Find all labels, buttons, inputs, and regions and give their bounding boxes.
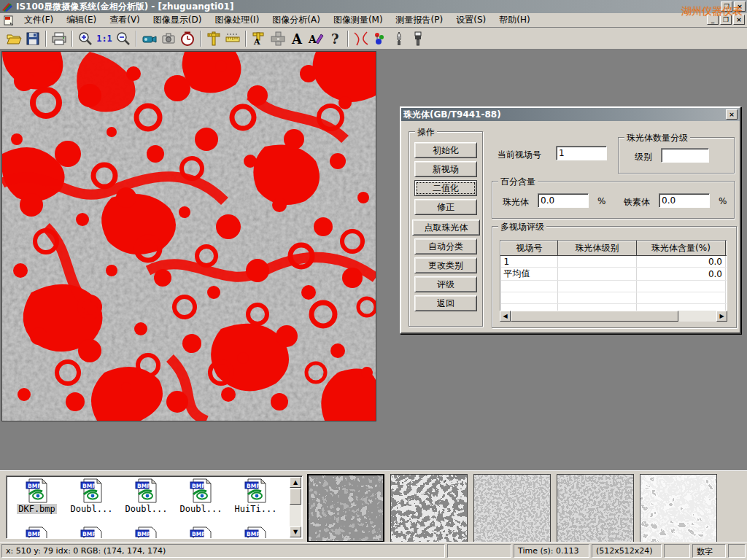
file-row-clipped: BMP BMP BMP BMP BMP — [7, 524, 302, 539]
annotate-button[interactable]: A — [306, 30, 325, 47]
menu-settings[interactable]: 设置(S) — [449, 12, 492, 28]
change-class-button[interactable]: 更改类别 — [414, 257, 477, 273]
actual-size-button[interactable]: 1:1 — [95, 30, 114, 47]
pearlite-label: 珠光体 — [503, 196, 529, 209]
menu-image-display[interactable]: 图像显示(D) — [147, 12, 209, 28]
zoom-in-button[interactable] — [76, 30, 95, 47]
menu-view[interactable]: 查看(V) — [103, 12, 147, 28]
menu-image-process[interactable]: 图像处理(I) — [208, 12, 266, 28]
zoom-in-icon — [77, 31, 93, 47]
svg-text:BMP: BMP — [192, 531, 206, 537]
svg-text:BMP: BMP — [28, 483, 42, 489]
scroll-thumb[interactable] — [511, 311, 678, 322]
toolbar-separator — [136, 31, 137, 47]
caliper-button[interactable] — [204, 30, 223, 47]
correct-button[interactable]: 修正 — [414, 199, 477, 215]
red-curve-icon — [352, 30, 370, 47]
save-button[interactable] — [23, 30, 42, 47]
file-name[interactable]: DKF.bmp — [17, 504, 57, 514]
file-item[interactable]: BMP DKF.bmp — [9, 478, 64, 514]
col-ferrite[interactable]: 铁素体 — [726, 241, 728, 256]
file-item[interactable]: BMP Doubl... — [174, 478, 228, 514]
menu-image-analysis[interactable]: 图像分析(A) — [266, 12, 327, 28]
file-item[interactable]: BMP — [228, 526, 283, 539]
menu-bar: 文件(F) 编辑(E) 查看(V) 图像显示(D) 图像处理(I) 图像分析(A… — [0, 13, 747, 28]
table-row[interactable]: 平均值 0.0 — [501, 268, 728, 281]
file-item[interactable]: BMP — [64, 526, 119, 539]
file-item[interactable]: BMP HuiTi... — [228, 478, 283, 514]
scroll-up-icon[interactable]: ▲ — [290, 477, 301, 488]
return-button[interactable]: 返回 — [414, 295, 477, 311]
pearlite-percent-input[interactable] — [538, 193, 589, 208]
table-row[interactable]: 1 0.0 — [501, 256, 728, 268]
timer-button[interactable] — [178, 30, 197, 47]
mdi-workspace: 珠光体(GB/T9441-88) × 操作 初始化 新视场 二值化 修正 点取珠… — [0, 50, 747, 470]
ferrite-percent-input[interactable] — [659, 193, 710, 208]
bmp-file-icon: BMP — [25, 478, 50, 503]
scroll-thumb[interactable] — [290, 489, 301, 505]
zoom-out-button[interactable] — [114, 30, 133, 47]
file-name[interactable]: Doubl... — [124, 504, 169, 514]
dialog-title-bar[interactable]: 珠光体(GB/T9441-88) × — [401, 108, 740, 121]
ruler-button[interactable] — [223, 30, 242, 47]
photo-capture-button[interactable] — [159, 30, 178, 47]
scroll-down-icon[interactable]: ▼ — [290, 526, 301, 537]
table-row-empty — [501, 281, 728, 292]
dialog-close-button[interactable]: × — [726, 109, 738, 120]
thumbnail-4[interactable] — [557, 474, 634, 542]
grade-button[interactable]: 评级 — [414, 276, 477, 292]
pen-tool-button[interactable] — [390, 30, 409, 47]
auto-classify-button[interactable]: 自动分类 — [414, 238, 477, 254]
spline-tool-button[interactable] — [352, 30, 371, 47]
ferrite-label: 铁素体 — [624, 196, 650, 209]
help-button[interactable]: ? — [325, 30, 344, 47]
thumbnail-1[interactable] — [307, 474, 384, 542]
file-item[interactable]: BMP — [119, 526, 174, 539]
open-button[interactable] — [4, 30, 23, 47]
thumbnail-2[interactable] — [390, 474, 468, 542]
phase-color-button[interactable] — [371, 30, 390, 47]
measure-text-button[interactable]: A — [249, 30, 268, 47]
current-field-input[interactable] — [556, 146, 607, 160]
col-pearlite-content[interactable]: 珠光体含量(%) — [637, 241, 726, 256]
menu-file[interactable]: 文件(F) — [18, 12, 60, 28]
cell-content: 0.0 — [637, 256, 726, 268]
scroll-right-icon[interactable]: ▶ — [716, 311, 727, 322]
initialize-button[interactable]: 初始化 — [414, 142, 477, 158]
file-name[interactable]: HuiTi... — [233, 504, 279, 514]
file-list-scrollbar[interactable]: ▲ ▼ — [290, 477, 301, 537]
level-input[interactable] — [661, 148, 709, 163]
menu-report[interactable]: 测量报告(P) — [390, 12, 450, 28]
grid-tool-button[interactable] — [268, 30, 287, 47]
print-button[interactable] — [50, 30, 69, 47]
new-field-button[interactable]: 新视场 — [414, 161, 477, 177]
menu-help[interactable]: 帮助(H) — [492, 12, 536, 28]
bmp-file-icon: BMP — [244, 478, 268, 503]
file-item[interactable]: BMP — [174, 526, 228, 539]
thumbnail-3[interactable] — [473, 474, 551, 542]
metallographic-image[interactable] — [1, 51, 376, 421]
file-item[interactable]: BMP Doubl... — [119, 478, 174, 514]
menu-image-measure[interactable]: 图像测量(M) — [327, 12, 390, 28]
scroll-left-icon[interactable]: ◀ — [500, 311, 511, 322]
file-listbox[interactable]: BMP DKF.bmp BMP Doubl... BMP Doubl... BM… — [6, 475, 303, 539]
video-capture-button[interactable] — [140, 30, 159, 47]
status-empty-panel — [728, 544, 746, 558]
thumbnail-5[interactable] — [640, 474, 717, 542]
caliper-icon — [206, 31, 222, 47]
grading-table[interactable]: 视场号 珠光体级别 珠光体含量(%) 铁素体 1 0.0 平均值 — [500, 240, 727, 320]
col-field-number[interactable]: 视场号 — [501, 241, 558, 256]
text-button[interactable]: A — [287, 30, 306, 47]
binarize-button[interactable]: 二值化 — [414, 180, 477, 196]
brush-tool-button[interactable] — [409, 30, 427, 47]
file-item[interactable]: BMP Doubl... — [64, 478, 119, 514]
dialog-title: 珠光体(GB/T9441-88) — [403, 109, 726, 121]
table-hscrollbar[interactable]: ◀ ▶ — [500, 311, 727, 322]
scroll-track[interactable] — [678, 311, 716, 322]
pick-pearlite-button[interactable]: 点取珠光体 — [412, 219, 480, 236]
col-pearlite-level[interactable]: 珠光体级别 — [558, 241, 637, 256]
file-item[interactable]: BMP — [9, 526, 64, 539]
file-name[interactable]: Doubl... — [179, 504, 224, 514]
file-name[interactable]: Doubl... — [69, 504, 115, 514]
menu-edit[interactable]: 编辑(E) — [60, 12, 103, 28]
